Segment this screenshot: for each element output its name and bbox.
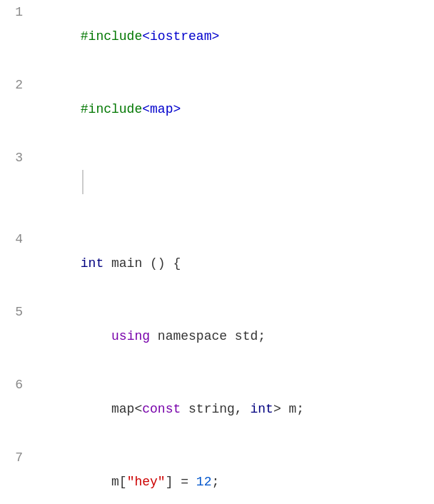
- code-line-7: 7 m["hey"] = 12;: [0, 445, 434, 504]
- token: "hey": [127, 475, 166, 489]
- code-line-2: 2 #include<map>: [0, 73, 434, 146]
- line-number-3: 3: [0, 146, 31, 170]
- line-number-1: 1: [0, 0, 31, 24]
- token: const: [142, 402, 181, 416]
- token: using: [111, 329, 150, 343]
- line-number-5: 5: [0, 300, 31, 324]
- token: map<: [81, 402, 142, 416]
- token: #include: [81, 102, 142, 116]
- line-number-6: 6: [0, 373, 31, 397]
- code-line-5: 5 using namespace std;: [0, 300, 434, 373]
- token: int: [250, 402, 273, 416]
- token: int: [81, 256, 104, 271]
- code-editor: 1 #include<iostream> 2 #include<map> 3 4…: [0, 0, 434, 504]
- line-content-2[interactable]: #include<map>: [31, 73, 434, 146]
- token: ] =: [166, 475, 196, 489]
- line-content-5[interactable]: using namespace std;: [31, 300, 434, 373]
- code-line-1: 1 #include<iostream>: [0, 0, 434, 73]
- token: <iostream>: [142, 29, 219, 44]
- token: m[: [81, 475, 127, 489]
- line-content-3[interactable]: [31, 146, 434, 227]
- token: main () {: [104, 256, 181, 271]
- code-line-4: 4 int main () {: [0, 227, 434, 300]
- line-number-7: 7: [0, 445, 31, 470]
- token: 12: [196, 475, 212, 489]
- line-content-7[interactable]: m["hey"] = 12;: [31, 445, 434, 504]
- token: [81, 329, 111, 343]
- token: namespace std;: [150, 329, 266, 343]
- token: <map>: [142, 102, 181, 116]
- code-line-3: 3: [0, 146, 434, 227]
- token: ;: [211, 475, 219, 489]
- line-content-6[interactable]: map<const string, int> m;: [31, 373, 434, 445]
- line-number-2: 2: [0, 73, 31, 97]
- line-number-4: 4: [0, 227, 31, 251]
- token: > m;: [273, 402, 304, 416]
- code-line-6: 6 map<const string, int> m;: [0, 373, 434, 445]
- line-content-1[interactable]: #include<iostream>: [31, 0, 434, 73]
- token: string,: [181, 402, 250, 416]
- token: #include: [81, 29, 142, 44]
- line-content-4[interactable]: int main () {: [31, 227, 434, 300]
